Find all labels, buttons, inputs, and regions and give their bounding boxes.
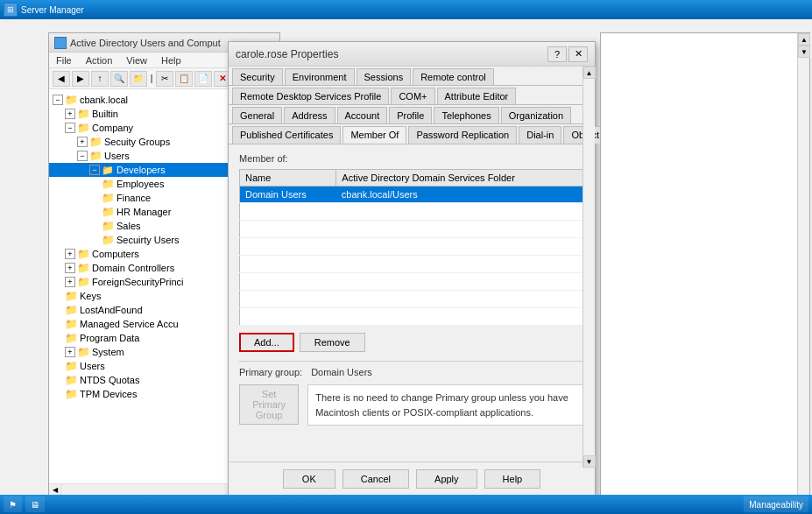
- cell-name: Domain Users: [240, 187, 336, 203]
- tree-label-users-root: Users: [80, 361, 105, 371]
- toolbar-forward[interactable]: ▶: [72, 71, 89, 87]
- top-taskbar: ⊞ Server Manager: [0, 0, 812, 19]
- folder-icon-finance: 📁: [102, 192, 114, 204]
- flag-icon: ⚑: [9, 500, 17, 510]
- folder-icon-computers: 📁: [77, 248, 89, 260]
- dialog-scrollbar[interactable]: ▲ ▼: [583, 67, 595, 468]
- cell-folder: cbank.local/Users: [336, 187, 584, 203]
- right-panel-scrollbar[interactable]: ▲ ▼: [797, 33, 809, 496]
- primary-group-row: Primary group: Domain Users: [239, 367, 584, 377]
- tree-label-finance: Finance: [117, 193, 151, 203]
- table-row[interactable]: Domain Users cbank.local/Users: [240, 187, 584, 203]
- folder-icon-root: 📁: [65, 94, 77, 106]
- remove-button[interactable]: Remove: [300, 333, 365, 352]
- folder-icon-secgroups: 📁: [89, 136, 102, 148]
- manageability-item[interactable]: Manageability: [744, 496, 808, 512]
- tree-label-system: System: [92, 347, 124, 357]
- toolbar-search[interactable]: 🔍: [110, 71, 128, 87]
- ok-button[interactable]: OK: [283, 469, 335, 489]
- toolbar-paste[interactable]: 📄: [194, 71, 212, 87]
- col-name: Name: [240, 170, 336, 187]
- folder-icon-lost: 📁: [65, 304, 77, 316]
- tree-label-dc: Domain Controllers: [92, 263, 174, 273]
- tab-telephones[interactable]: Telephones: [434, 107, 498, 123]
- dialog-help-button[interactable]: ?: [547, 46, 567, 62]
- tree-expander-system[interactable]: +: [65, 347, 75, 357]
- tab-organization[interactable]: Organization: [501, 107, 571, 123]
- apply-button[interactable]: Apply: [416, 469, 477, 489]
- tab-security[interactable]: Security: [232, 68, 283, 85]
- tree-label-users: Users: [104, 151, 130, 161]
- tab-address[interactable]: Address: [284, 107, 335, 123]
- menu-view[interactable]: View: [123, 55, 151, 66]
- toolbar-up[interactable]: ↑: [91, 71, 109, 87]
- tab-sessions[interactable]: Sessions: [357, 68, 412, 85]
- tree-label-secusers: Secuirty Users: [117, 235, 180, 245]
- tree-label-developers: Developers: [117, 165, 166, 175]
- tabs-row2: Remote Desktop Services Profile COM+ Att…: [229, 86, 595, 105]
- dialog-close-button[interactable]: ✕: [568, 46, 588, 62]
- folder-icon-users-root: 📁: [65, 360, 77, 372]
- folder-icon-developers: 📁: [102, 164, 114, 176]
- rpanel-scroll-down[interactable]: ▼: [798, 46, 810, 58]
- tab-pwd-replication[interactable]: Password Replication: [408, 126, 517, 144]
- tab-general[interactable]: General: [232, 107, 282, 123]
- toolbar-cut[interactable]: ✂: [156, 71, 173, 87]
- tree-expander-dc[interactable]: +: [65, 263, 75, 273]
- toolbar-back[interactable]: ◀: [53, 71, 70, 87]
- folder-icon-managed: 📁: [65, 318, 77, 330]
- cancel-button[interactable]: Cancel: [342, 469, 409, 489]
- dialog-title-buttons: ? ✕: [547, 46, 588, 62]
- bottom-icon-1[interactable]: ⚑: [4, 496, 22, 512]
- folder-icon-builtin: 📁: [77, 108, 89, 120]
- table-empty-row: [240, 273, 584, 291]
- tree-expander-builtin[interactable]: +: [65, 109, 75, 119]
- tab-member-of[interactable]: Member Of: [342, 126, 406, 144]
- menu-action[interactable]: Action: [82, 55, 117, 66]
- tree-label-builtin: Builtin: [92, 109, 118, 119]
- dlg-scroll-down[interactable]: ▼: [583, 455, 596, 468]
- tree-expander-root[interactable]: −: [53, 95, 63, 105]
- tree-label-lost: LostAndFound: [80, 305, 143, 315]
- tab-attr-editor[interactable]: Attribute Editor: [437, 88, 517, 104]
- bottom-icon-2[interactable]: 🖥: [25, 496, 45, 512]
- tab-profile[interactable]: Profile: [389, 107, 432, 123]
- folder-icon-tpm: 📁: [65, 388, 77, 400]
- tree-label-root: cbank.local: [80, 95, 128, 105]
- menu-help[interactable]: Help: [158, 55, 185, 66]
- tab-dial-in[interactable]: Dial-in: [519, 126, 561, 144]
- member-action-buttons: Add... Remove: [239, 333, 584, 352]
- tree-label-secgroups: Secuity Groups: [104, 137, 170, 147]
- tree-expander-developers[interactable]: −: [89, 165, 100, 175]
- tab-rdp[interactable]: Remote Desktop Services Profile: [232, 88, 389, 104]
- set-primary-button[interactable]: Set Primary Group: [239, 384, 299, 425]
- table-empty-row: [240, 256, 584, 273]
- tab-account[interactable]: Account: [337, 107, 388, 123]
- tree-expander-users[interactable]: −: [77, 151, 88, 161]
- tab-environment[interactable]: Environment: [285, 68, 355, 85]
- menu-file[interactable]: File: [53, 55, 75, 66]
- info-box: There is no need to change Primary group…: [307, 384, 584, 426]
- tab-remote-control[interactable]: Remote control: [413, 68, 494, 85]
- folder-icon-foreign: 📁: [77, 276, 89, 288]
- dialog-content: Member of: Name Active Directory Domain …: [229, 144, 595, 461]
- info-text: There is no need to change Primary group…: [315, 392, 568, 418]
- start-icon[interactable]: ⊞: [4, 3, 18, 17]
- tree-expander-foreign[interactable]: +: [65, 277, 75, 287]
- dlg-scroll-up[interactable]: ▲: [583, 67, 596, 79]
- primary-group-label: Primary group:: [239, 367, 302, 377]
- folder-icon-keys: 📁: [65, 290, 77, 302]
- main-area: Active Directory Users and Comput File A…: [0, 19, 812, 514]
- tree-expander-computers[interactable]: +: [65, 249, 75, 259]
- help-button[interactable]: Help: [484, 469, 541, 489]
- toolbar-copy[interactable]: 📋: [175, 71, 193, 87]
- bottom-taskbar: ⚑ 🖥 Manageability: [0, 495, 812, 514]
- tab-com[interactable]: COM+: [391, 88, 434, 104]
- toolbar-folders[interactable]: 📁: [130, 71, 147, 87]
- add-button[interactable]: Add...: [239, 333, 294, 352]
- tree-label-ntds: NTDS Quotas: [80, 375, 139, 385]
- tab-published-certs[interactable]: Published Certificates: [232, 126, 341, 144]
- rpanel-scroll-up[interactable]: ▲: [798, 33, 810, 46]
- tree-expander-secgroups[interactable]: +: [77, 137, 88, 147]
- tree-expander-company[interactable]: −: [65, 123, 75, 133]
